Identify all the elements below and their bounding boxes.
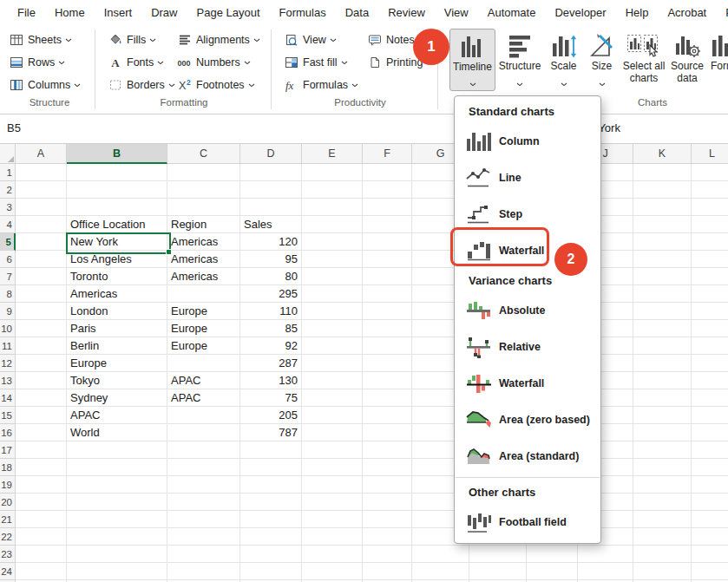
cell-C4[interactable]: Region [167, 216, 240, 233]
cell-C16[interactable] [167, 424, 240, 441]
cell-C14[interactable]: APAC [167, 389, 240, 407]
cell-E11[interactable] [302, 337, 363, 355]
cell-A23[interactable] [16, 546, 67, 563]
cell-B18[interactable] [67, 459, 167, 476]
cell-F2[interactable] [363, 181, 412, 199]
column-header-E[interactable]: E [302, 144, 363, 164]
cell-B16[interactable]: World [67, 424, 167, 441]
cell-K5[interactable] [633, 233, 692, 251]
cell-B17[interactable] [67, 441, 167, 459]
cell-C11[interactable]: Europe [167, 337, 240, 355]
cell-C15[interactable] [167, 407, 240, 424]
cell-B4[interactable]: Office Location [67, 216, 167, 233]
cell-B22[interactable] [67, 528, 167, 546]
cell-K7[interactable] [633, 268, 692, 285]
cell-A22[interactable] [16, 528, 67, 546]
spreadsheet-grid[interactable]: ABCDEFGHIJKL1234Office LocationRegionSal… [0, 144, 728, 582]
cell-K10[interactable] [633, 320, 692, 337]
cell-K12[interactable] [633, 355, 692, 372]
cell-F9[interactable] [363, 303, 412, 320]
column-header-F[interactable]: F [363, 144, 412, 164]
cell-K18[interactable] [633, 459, 692, 476]
cell-K17[interactable] [633, 441, 692, 459]
cell-L8[interactable] [692, 285, 728, 303]
row-header-9[interactable]: 9 [0, 303, 16, 320]
cell-E6[interactable] [302, 251, 363, 268]
cell-C23[interactable] [167, 546, 240, 563]
cell-B3[interactable] [67, 199, 167, 216]
cell-L3[interactable] [692, 199, 728, 216]
cell-D17[interactable] [240, 441, 302, 459]
cell-A16[interactable] [16, 424, 67, 441]
row-header-17[interactable]: 17 [0, 441, 16, 459]
cell-D5[interactable]: 120 [240, 233, 302, 251]
ribbon-button-scale[interactable]: Scale [544, 29, 583, 91]
cell-A20[interactable] [16, 494, 67, 511]
cell-K8[interactable] [633, 285, 692, 303]
menu-item-relative[interactable]: Relative [455, 329, 600, 365]
cell-D18[interactable] [240, 459, 302, 476]
cell-I24[interactable] [527, 563, 578, 580]
cell-C24[interactable] [167, 563, 240, 580]
cell-C1[interactable] [167, 164, 240, 181]
cell-A15[interactable] [16, 407, 67, 424]
cell-D24[interactable] [240, 563, 302, 580]
ribbon-button-columns[interactable]: Columns [9, 75, 81, 95]
cell-F11[interactable] [363, 337, 412, 355]
cell-C6[interactable]: Americas [167, 251, 240, 268]
cell-J23[interactable] [578, 546, 633, 563]
cell-K13[interactable] [633, 372, 692, 389]
cell-F4[interactable] [363, 216, 412, 233]
ribbon-button-form[interactable]: Form [710, 29, 728, 91]
cell-F10[interactable] [363, 320, 412, 337]
cell-C7[interactable]: Americas [167, 268, 240, 285]
cell-B5[interactable]: New York [67, 233, 167, 251]
column-header-L[interactable]: L [692, 144, 728, 164]
row-header-5[interactable]: 5 [0, 233, 16, 251]
cell-E3[interactable] [302, 199, 363, 216]
cell-K6[interactable] [633, 251, 692, 268]
cell-L6[interactable] [692, 251, 728, 268]
cell-C17[interactable] [167, 441, 240, 459]
cell-F13[interactable] [363, 372, 412, 389]
row-header-22[interactable]: 22 [0, 528, 16, 546]
cell-E24[interactable] [302, 563, 363, 580]
cell-E19[interactable] [302, 476, 363, 494]
row-header-11[interactable]: 11 [0, 337, 16, 355]
row-header-23[interactable]: 23 [0, 546, 16, 563]
cell-A14[interactable] [16, 389, 67, 407]
cell-C19[interactable] [167, 476, 240, 494]
cell-K4[interactable] [633, 216, 692, 233]
cell-E18[interactable] [302, 459, 363, 476]
cell-A11[interactable] [16, 337, 67, 355]
cell-K11[interactable] [633, 337, 692, 355]
cell-E8[interactable] [302, 285, 363, 303]
cell-B13[interactable]: Tokyo [67, 372, 167, 389]
cell-A5[interactable] [16, 233, 67, 251]
cell-E2[interactable] [302, 181, 363, 199]
ribbon-button-numbers[interactable]: 000 Numbers [177, 52, 251, 73]
row-header-24[interactable]: 24 [0, 563, 16, 580]
cell-F12[interactable] [363, 355, 412, 372]
cell-L10[interactable] [692, 320, 728, 337]
cell-K2[interactable] [633, 181, 692, 199]
formula-bar[interactable]: B5 New York [0, 114, 728, 144]
cell-K23[interactable] [633, 546, 692, 563]
cell-D11[interactable]: 92 [240, 337, 302, 355]
cell-F16[interactable] [363, 424, 412, 441]
cell-L21[interactable] [692, 511, 728, 528]
cell-B6[interactable]: Los Angeles [67, 251, 167, 268]
cell-L16[interactable] [692, 424, 728, 441]
cell-C2[interactable] [167, 181, 240, 199]
cell-E23[interactable] [302, 546, 363, 563]
cell-F19[interactable] [363, 476, 412, 494]
column-header-C[interactable]: C [167, 144, 240, 164]
cell-B15[interactable]: APAC [67, 407, 167, 424]
cell-K22[interactable] [633, 528, 692, 546]
cell-B20[interactable] [67, 494, 167, 511]
cell-L23[interactable] [692, 546, 728, 563]
cell-A19[interactable] [16, 476, 67, 494]
cell-C10[interactable]: Europe [167, 320, 240, 337]
cell-D14[interactable]: 75 [240, 389, 302, 407]
cell-C13[interactable]: APAC [167, 372, 240, 389]
